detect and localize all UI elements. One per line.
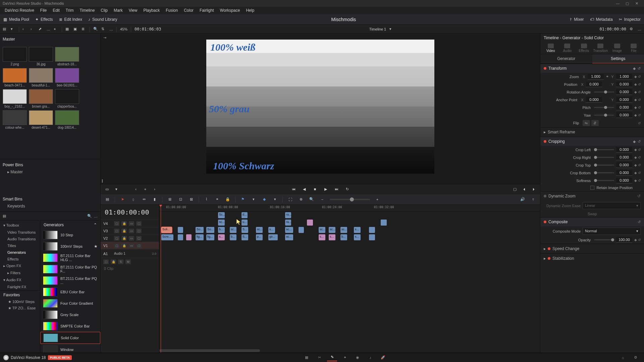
prev-edit-small-icon[interactable]: ‹ — [133, 186, 139, 192]
generator-item[interactable]: EBU Color Bar — [40, 286, 100, 298]
softness-kf-icon[interactable]: ◆ — [634, 179, 637, 182]
prev-clip-icon[interactable]: ⏴ — [521, 186, 527, 192]
timeline-clip[interactable]: So... — [196, 227, 204, 233]
inspector-section-composite[interactable]: Composite ↺ — [540, 217, 644, 226]
inspector-section-dynamic-zoom[interactable]: Dynamic Zoom↺ — [540, 191, 644, 201]
rotation-slider[interactable] — [594, 92, 614, 93]
viewer-step-in-icon[interactable]: ⇥ — [103, 36, 106, 40]
favorite-star-icon[interactable]: ★ — [94, 244, 98, 249]
crop-top-kf-icon[interactable]: ◆ — [634, 163, 637, 167]
timeline-clip[interactable] — [186, 234, 192, 240]
track-enable-icon[interactable]: ▢ — [136, 229, 142, 233]
nav-back-icon[interactable]: ‹ — [22, 27, 27, 32]
timeline-clip[interactable]: lig... — [206, 234, 214, 240]
loop-icon[interactable]: ↻ — [344, 186, 350, 192]
custom-zoom-icon[interactable]: 🔍 — [308, 196, 315, 203]
anchor-reset-icon[interactable]: ↺ — [638, 98, 641, 102]
chevron-down-icon[interactable]: ▾ — [11, 27, 15, 32]
timeline-clip[interactable]: ra... — [285, 212, 291, 218]
snapping-icon[interactable]: ⌇ — [203, 196, 210, 203]
inspector-tab-file[interactable]: File — [626, 44, 641, 53]
timeline-clip[interactable]: Sc... — [218, 212, 225, 218]
zoom-x-input[interactable]: 1.000 — [588, 74, 604, 79]
media-thumb[interactable]: dog-18014... — [55, 110, 79, 129]
inspector-tab-image[interactable]: Image — [609, 44, 625, 53]
menu-davinci-resolve[interactable]: DaVinci Resolve — [2, 7, 37, 13]
flag-icon[interactable]: ⚑ — [239, 196, 246, 203]
flip-reset-icon[interactable]: ↺ — [638, 121, 641, 125]
record-dot-icon[interactable]: ● — [54, 27, 58, 32]
blade-tool-icon[interactable]: ▮ — [151, 196, 158, 203]
audio-mute-icon[interactable]: 🔊 — [519, 196, 526, 203]
disable-track-icon[interactable]: ▭ — [129, 229, 134, 233]
auto-select-a1-icon[interactable]: ▢ — [103, 259, 109, 264]
marker-icon[interactable]: ◆ — [261, 196, 268, 203]
menu-color[interactable]: Color — [181, 7, 196, 13]
timeline-tracks[interactable]: 01:00:00:0001:00:08:0001:00:16:0001:00:2… — [159, 205, 540, 353]
pitch-slider[interactable] — [594, 107, 614, 108]
dz-ease-select[interactable]: Linear▾ — [583, 202, 641, 209]
anchor-x-input[interactable]: 0.000 — [586, 97, 602, 103]
page-fusion-icon[interactable]: ✦ — [340, 354, 350, 361]
disable-track-icon[interactable]: ▭ — [129, 243, 134, 248]
fx-cat-audio-transitions[interactable]: Audio Transitions — [0, 236, 40, 242]
generator-item[interactable]: Window — [40, 344, 100, 353]
crop-right-input[interactable]: 0.000 — [616, 155, 632, 160]
position-x-input[interactable]: 0.000 — [586, 81, 602, 87]
marker-dropdown-icon[interactable]: ▾ — [272, 196, 278, 203]
media-thumb[interactable]: abstract-18... — [55, 47, 79, 66]
timeline-clip[interactable]: s... — [354, 234, 361, 240]
viewer-zoom[interactable]: 45% — [120, 27, 127, 31]
timeline-clip[interactable]: So... — [206, 227, 214, 233]
inspector-section-smart-reframe[interactable]: ▸Smart Reframe — [540, 127, 644, 137]
yaw-slider[interactable] — [594, 115, 614, 116]
pitch-input[interactable]: 0.000 — [616, 105, 632, 110]
anchor-y-input[interactable]: 0.000 — [616, 97, 632, 103]
timeline-dropdown-icon[interactable]: ▾ — [389, 27, 391, 31]
fx-cat-filters[interactable]: ▸ Filters — [0, 269, 40, 277]
gear-icon[interactable]: ⚙ — [630, 27, 634, 32]
generator-item[interactable]: BT.2111 Color Bar PQ ... — [40, 275, 100, 286]
timeline-clip[interactable] — [299, 227, 304, 233]
timeline-clip[interactable]: sc... — [285, 227, 293, 233]
media-thumb[interactable]: beautiful-1... — [29, 68, 53, 87]
overwrite-clip-icon[interactable]: ⊡ — [177, 196, 184, 203]
page-edit-icon[interactable]: ✎ — [327, 354, 337, 361]
auto-select-icon[interactable]: ▢ — [114, 236, 119, 241]
effects-toggle[interactable]: ✦ Effects — [35, 17, 53, 22]
timeline-clip[interactable]: b... — [230, 234, 236, 240]
menu-file[interactable]: File — [38, 7, 49, 13]
generator-item[interactable]: 100mV Steps★ — [40, 241, 100, 252]
yaw-kf-icon[interactable]: ◆ — [634, 113, 637, 117]
timeline-clip[interactable]: s... — [329, 234, 335, 240]
mixer-toggle[interactable]: ⫯ Mixer — [570, 17, 584, 22]
zoom-out-icon[interactable]: − — [319, 196, 326, 203]
window-close-icon[interactable]: ✕ — [632, 1, 641, 6]
zoom-y-input[interactable]: 1.000 — [616, 74, 632, 79]
crop-right-reset-icon[interactable]: ↺ — [638, 156, 641, 159]
timeline-clip[interactable]: sc... — [329, 227, 335, 233]
menu-timeline[interactable]: Timeline — [77, 7, 97, 13]
rotation-input[interactable]: 0.000 — [616, 89, 632, 95]
flip-v-button[interactable]: ⇵ — [591, 120, 599, 126]
sound-library-toggle[interactable]: ♪ Sound Library — [88, 17, 117, 22]
page-color-icon[interactable]: ◉ — [353, 354, 363, 361]
generator-item[interactable]: Four Color Gradient — [40, 298, 100, 309]
cropping-enable-dot-icon[interactable] — [544, 140, 546, 143]
link-icon[interactable]: ⬈ — [39, 27, 43, 32]
fx-cat-generators[interactable]: Generators — [0, 249, 40, 256]
solo-a1-icon[interactable]: S — [118, 259, 123, 264]
list-view-icon[interactable]: ≣ — [82, 27, 86, 32]
crop-bottom-kf-icon[interactable]: ◆ — [634, 171, 637, 175]
inspector-tab-video[interactable]: Video — [543, 44, 558, 53]
crop-top-reset-icon[interactable]: ↺ — [638, 163, 641, 167]
position-reset-icon[interactable]: ↺ — [638, 82, 641, 86]
media-thumb[interactable]: boy_-_2182... — [3, 89, 27, 108]
auto-select-icon[interactable]: ▢ — [114, 229, 119, 233]
lock-track-icon[interactable]: 🔒 — [121, 243, 127, 248]
mute-a1-icon[interactable]: M — [125, 259, 131, 264]
menu-playback[interactable]: Playback — [141, 7, 162, 13]
disable-track-icon[interactable]: ▭ — [129, 221, 134, 226]
media-thumb[interactable]: bee-561801... — [55, 68, 79, 87]
project-settings-icon[interactable]: ⚙ — [631, 354, 641, 361]
